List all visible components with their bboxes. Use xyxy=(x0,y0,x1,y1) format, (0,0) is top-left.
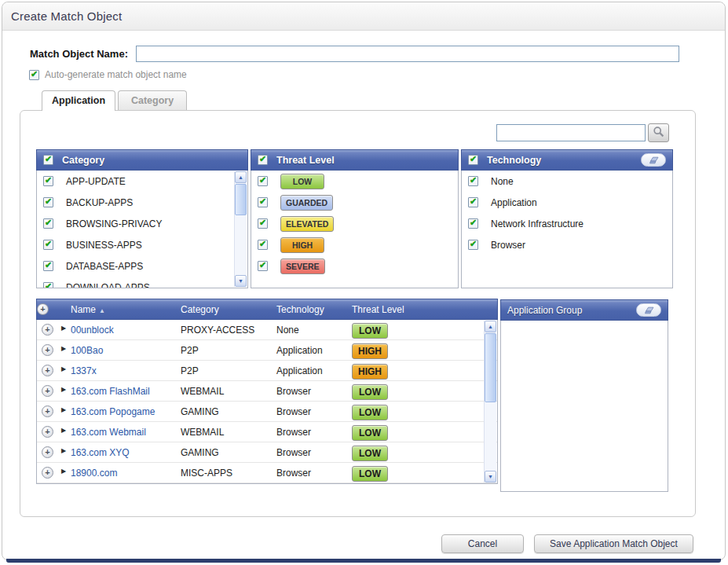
add-application-icon[interactable] xyxy=(42,446,53,458)
scroll-down-icon[interactable]: ▼ xyxy=(235,275,247,287)
application-group-clear-button[interactable] xyxy=(636,303,661,317)
category-item-checkbox[interactable] xyxy=(43,261,53,271)
category-item-checkbox[interactable] xyxy=(43,218,53,229)
add-application-icon[interactable] xyxy=(42,426,53,438)
category-item-checkbox[interactable] xyxy=(43,176,53,186)
scroll-down-icon[interactable]: ▼ xyxy=(485,471,496,482)
threat-level-item-checkbox[interactable] xyxy=(258,197,268,207)
expand-arrow-icon[interactable]: ▶ xyxy=(61,386,66,393)
tab-category[interactable]: Category xyxy=(118,90,187,110)
app-name-link[interactable]: 163.com Webmail xyxy=(71,427,146,438)
threat-level-item-checkbox[interactable] xyxy=(258,218,268,229)
threat-level-item-checkbox[interactable] xyxy=(258,176,268,186)
app-category: MISC-APPS xyxy=(181,468,232,479)
expand-arrow-icon[interactable]: ▶ xyxy=(61,427,66,434)
expand-arrow-icon[interactable]: ▶ xyxy=(61,365,66,372)
threat-badge: HIGH xyxy=(280,237,324,253)
magnifier-icon xyxy=(653,126,664,141)
app-category: WEBMAIL xyxy=(181,427,224,438)
add-all-icon[interactable] xyxy=(37,303,49,315)
scroll-thumb[interactable] xyxy=(485,333,496,402)
technology-filter-title: Technology xyxy=(487,155,541,166)
table-row[interactable]: ▶ 163.com FlashMail WEBMAIL Browser LOW xyxy=(37,381,497,402)
save-application-match-object-button[interactable]: Save Application Match Object xyxy=(534,534,693,553)
scroll-up-icon[interactable]: ▲ xyxy=(235,171,247,183)
column-header-category[interactable]: Category xyxy=(181,304,219,315)
column-header-threat-level[interactable]: Threat Level xyxy=(352,304,404,315)
dialog-title: Create Match Object xyxy=(11,9,122,23)
table-row[interactable]: ▶ 163.com Popogame GAMING Browser LOW xyxy=(37,402,497,422)
technology-item-checkbox[interactable] xyxy=(468,197,478,207)
applications-table-body: ▶ 00unblock PROXY-ACCESS None LOW ▶ 100B… xyxy=(36,320,498,484)
tab-application[interactable]: Application xyxy=(42,90,115,111)
threat-level-item-checkbox[interactable] xyxy=(258,240,268,250)
application-group-list[interactable] xyxy=(500,321,668,492)
category-item-checkbox[interactable] xyxy=(43,282,53,288)
expand-arrow-icon[interactable]: ▶ xyxy=(61,468,66,475)
table-row[interactable]: ▶ 100Bao P2P Application HIGH xyxy=(37,340,497,361)
technology-item-checkbox[interactable] xyxy=(468,218,478,229)
eraser-icon xyxy=(642,303,655,317)
threat-level-filter-title: Threat Level xyxy=(276,155,335,166)
add-application-icon[interactable] xyxy=(42,405,53,417)
technology-item-checkbox[interactable] xyxy=(468,176,478,186)
expand-arrow-icon[interactable]: ▶ xyxy=(61,447,66,454)
technology-item-label: Network Infrastructure xyxy=(491,218,583,229)
app-name-link[interactable]: 163.com FlashMail xyxy=(71,386,150,397)
add-application-icon[interactable] xyxy=(42,385,53,397)
scroll-thumb[interactable] xyxy=(235,184,247,215)
cancel-button[interactable]: Cancel xyxy=(441,534,524,553)
app-name-link[interactable]: 163.com XYQ xyxy=(71,447,130,458)
expand-arrow-icon[interactable]: ▶ xyxy=(61,325,66,332)
threat-badge: LOW xyxy=(352,425,388,441)
app-name-link[interactable]: 00unblock xyxy=(71,325,114,336)
column-header-technology[interactable]: Technology xyxy=(276,304,324,315)
app-category: P2P xyxy=(181,365,199,376)
app-name-link[interactable]: 1337x xyxy=(71,365,97,376)
category-scrollbar[interactable]: ▲ ▼ xyxy=(234,171,247,287)
add-application-icon[interactable] xyxy=(42,324,53,336)
category-item-label: APP-UPDATE xyxy=(66,176,126,187)
table-row[interactable]: ▶ 1337x P2P Application HIGH xyxy=(37,361,497,381)
autogen-label: Auto-generate match object name xyxy=(45,69,187,80)
dialog-titlebar: Create Match Object xyxy=(2,2,725,31)
table-row[interactable]: ▶ 00unblock PROXY-ACCESS None LOW xyxy=(37,320,497,340)
app-technology: Browser xyxy=(276,406,311,417)
category-item-checkbox[interactable] xyxy=(43,197,53,207)
app-name-link[interactable]: 163.com Popogame xyxy=(71,406,155,417)
table-row[interactable]: ▶ 163.com XYQ GAMING Browser LOW xyxy=(37,442,497,463)
table-row[interactable]: ▶ 18900.com MISC-APPS Browser LOW xyxy=(37,463,497,483)
add-application-icon[interactable] xyxy=(42,467,53,479)
technology-item: None xyxy=(462,171,672,192)
technology-clear-button[interactable] xyxy=(641,153,666,167)
technology-item-label: None xyxy=(491,176,514,187)
dialog-bottom-bar xyxy=(6,559,721,563)
sort-asc-icon: ▲ xyxy=(99,307,105,314)
column-header-name[interactable]: Name▲ xyxy=(71,304,105,315)
scroll-up-icon[interactable]: ▲ xyxy=(485,321,496,332)
applications-scrollbar[interactable]: ▲ ▼ xyxy=(484,321,496,482)
technology-select-all-checkbox[interactable] xyxy=(468,155,478,165)
add-application-icon[interactable] xyxy=(42,344,53,356)
category-item-checkbox[interactable] xyxy=(43,240,53,250)
table-row[interactable]: ▶ 163.com Webmail WEBMAIL Browser LOW xyxy=(37,422,497,442)
technology-item-checkbox[interactable] xyxy=(468,240,478,250)
add-application-icon[interactable] xyxy=(42,365,53,376)
column-header-name-label: Name xyxy=(71,304,96,315)
app-name-link[interactable]: 18900.com xyxy=(71,468,117,479)
search-button[interactable] xyxy=(648,123,669,142)
expand-arrow-icon[interactable]: ▶ xyxy=(61,406,66,413)
technology-filter-panel: Technology None Application xyxy=(461,149,673,288)
threat-badge: LOW xyxy=(352,384,388,400)
application-group-title: Application Group xyxy=(507,305,582,316)
threat-level-item-checkbox[interactable] xyxy=(258,261,268,271)
autogen-checkbox[interactable] xyxy=(29,70,39,80)
expand-arrow-icon[interactable]: ▶ xyxy=(61,345,66,352)
search-input[interactable] xyxy=(496,124,646,141)
threat-level-select-all-checkbox[interactable] xyxy=(258,155,268,165)
category-select-all-checkbox[interactable] xyxy=(43,155,53,165)
threat-level-filter-header: Threat Level xyxy=(251,149,459,171)
match-object-name-input[interactable] xyxy=(136,46,679,62)
app-name-link[interactable]: 100Bao xyxy=(71,345,103,356)
app-category: PROXY-ACCESS xyxy=(181,325,254,336)
